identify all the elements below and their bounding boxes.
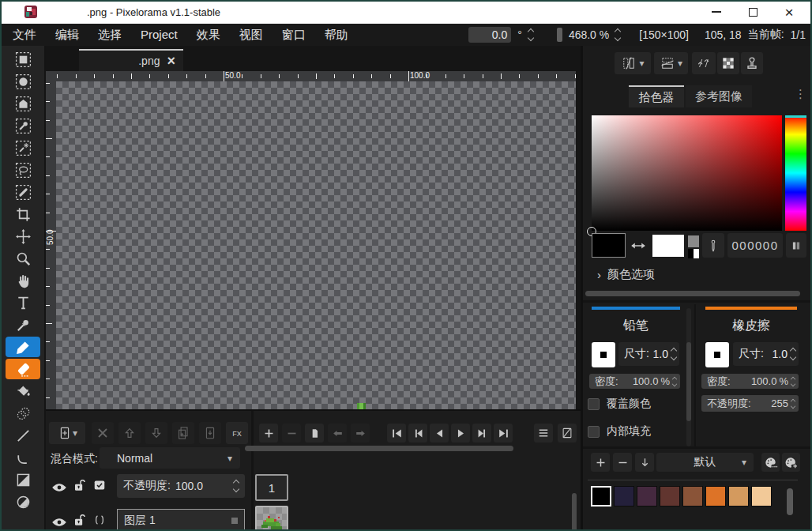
palette-swatch[interactable]	[751, 486, 772, 507]
remove-frame-button[interactable]	[282, 424, 301, 442]
rotation-spinner[interactable]	[528, 29, 533, 40]
next-frame-button[interactable]	[472, 424, 491, 442]
eraser-opacity-spinner[interactable]	[791, 399, 795, 408]
menu-help[interactable]: 帮助	[325, 28, 348, 43]
bucket-tool[interactable]	[6, 381, 40, 401]
mirror-x-button[interactable]: ▾	[615, 52, 651, 74]
add-layer-button[interactable]: ▾	[49, 422, 85, 444]
curve-tool[interactable]	[6, 447, 40, 468]
pencil-panel-scrollbar[interactable]	[686, 342, 691, 421]
horizontal-ruler[interactable]: 50.0100.0	[56, 71, 576, 81]
timeline-vscrollbar[interactable]	[572, 493, 577, 531]
first-frame-button[interactable]	[387, 424, 406, 442]
paint-select-tool[interactable]	[6, 182, 40, 202]
eraser-tool[interactable]	[6, 359, 40, 379]
maximize-button[interactable]	[735, 0, 771, 24]
line-tool[interactable]	[6, 425, 40, 446]
primary-color-swatch[interactable]	[592, 233, 626, 258]
move-layer-down-button[interactable]	[145, 422, 167, 444]
menu-edit[interactable]: 编辑	[55, 28, 79, 43]
palette-swatch[interactable]	[682, 486, 703, 507]
palette-swatch[interactable]	[728, 486, 749, 507]
pencil-density-spinner[interactable]	[673, 377, 677, 386]
play-backwards-button[interactable]	[430, 424, 449, 442]
link-cels-icon[interactable]	[92, 512, 107, 531]
ellipse-select-tool[interactable]	[6, 71, 40, 92]
new-palette-button[interactable]	[782, 453, 800, 472]
previous-frame-button[interactable]	[408, 424, 427, 442]
palette-swatch[interactable]	[637, 486, 657, 507]
hue-slider[interactable]	[785, 115, 806, 231]
eraser-size-input[interactable]: 尺寸: 1.0	[733, 342, 799, 366]
overwrite-color-checkbox[interactable]	[588, 398, 600, 410]
add-color-button[interactable]	[591, 453, 610, 472]
layer-lock-icon[interactable]	[71, 477, 87, 496]
layer-visibility-icon[interactable]	[51, 479, 68, 499]
frame-number-header[interactable]: 1	[255, 474, 288, 501]
mini-bw-swatch[interactable]	[688, 249, 699, 258]
play-forward-button[interactable]	[451, 424, 470, 442]
palette-scrollbar[interactable]	[787, 488, 793, 515]
tab-color-picker[interactable]: 拾色器	[629, 85, 684, 107]
mirror-y-button[interactable]: ▾	[654, 52, 688, 74]
pencil-size-input[interactable]: 尺寸: 1.0	[618, 342, 679, 366]
cel-thumbnail[interactable]	[255, 506, 288, 531]
lasso-tool[interactable]	[6, 160, 40, 180]
color-options-expander[interactable]: › 颜色选项	[597, 267, 655, 282]
layer-lock-icon[interactable]	[71, 512, 87, 531]
crop-tool[interactable]	[6, 204, 40, 224]
canvas[interactable]	[56, 81, 576, 409]
color-select-tool[interactable]	[6, 115, 40, 136]
tab-reference-images[interactable]: 参考图像	[686, 85, 752, 107]
dynamics-button[interactable]	[692, 52, 716, 74]
swap-colors-icon[interactable]	[629, 239, 648, 255]
pan-tool[interactable]	[6, 270, 40, 291]
remove-layer-button[interactable]	[92, 422, 114, 444]
cel-select-icon[interactable]	[92, 477, 107, 496]
shading-tool[interactable]	[6, 403, 40, 424]
panel-hscrollbar[interactable]	[585, 291, 800, 296]
hex-color-input[interactable]: 000000	[727, 233, 783, 258]
onion-skinning-button[interactable]	[558, 424, 577, 442]
rectangle-tool[interactable]	[6, 469, 40, 490]
pattern-button[interactable]	[717, 52, 739, 74]
screen-color-picker-button[interactable]	[702, 233, 724, 258]
menu-project[interactable]: Project	[141, 28, 178, 43]
palette-swatch[interactable]	[614, 486, 634, 507]
zoom-value[interactable]: 468.0 %	[569, 28, 609, 41]
rotation-input[interactable]: 0.0	[468, 27, 511, 43]
pencil-density-input[interactable]: 密度: 100.0 %	[589, 374, 680, 389]
remove-color-button[interactable]	[613, 453, 632, 472]
stamp-button[interactable]	[741, 52, 763, 74]
menu-effects[interactable]: 效果	[197, 28, 220, 43]
eraser-density-input[interactable]: 密度: 100.0 %	[701, 374, 799, 389]
sort-colors-button[interactable]	[635, 453, 654, 472]
palette-swatch[interactable]	[591, 486, 611, 507]
menu-view[interactable]: 视图	[239, 28, 263, 43]
eraser-opacity-input[interactable]: 不透明度: 255	[701, 395, 799, 412]
eraser-density-spinner[interactable]	[791, 377, 795, 386]
fill-inside-checkbox[interactable]	[588, 426, 600, 438]
minimize-button[interactable]	[698, 0, 735, 24]
text-tool[interactable]	[6, 292, 40, 313]
rectangle-select-tool[interactable]	[6, 49, 40, 70]
add-frame-button[interactable]	[259, 424, 278, 442]
merge-layer-button[interactable]	[199, 422, 221, 444]
layer-name[interactable]: 图层 1	[117, 509, 245, 531]
move-tool[interactable]	[6, 226, 40, 247]
palette-swatch[interactable]	[705, 486, 726, 507]
layer-opacity-spinner[interactable]	[234, 480, 239, 491]
palette-select-dropdown[interactable]: 默认 ▾	[656, 453, 754, 472]
mini-gray-swatch[interactable]	[688, 235, 699, 247]
magic-wand-tool[interactable]	[6, 137, 40, 158]
secondary-color-swatch[interactable]	[652, 235, 684, 257]
zoom-spinner[interactable]	[615, 29, 620, 40]
vertical-ruler[interactable]: 50.0	[46, 81, 56, 409]
pencil-tool[interactable]	[6, 337, 40, 357]
blend-mode-dropdown[interactable]: Normal ▾	[100, 447, 240, 469]
layer-opacity-input[interactable]: 不透明度: 100.0	[117, 474, 245, 498]
eraser-size-spinner[interactable]	[791, 348, 795, 360]
pencil-brush-preview[interactable]	[592, 342, 615, 367]
zoom-slider[interactable]	[557, 28, 562, 42]
edit-palette-button[interactable]	[761, 453, 780, 472]
